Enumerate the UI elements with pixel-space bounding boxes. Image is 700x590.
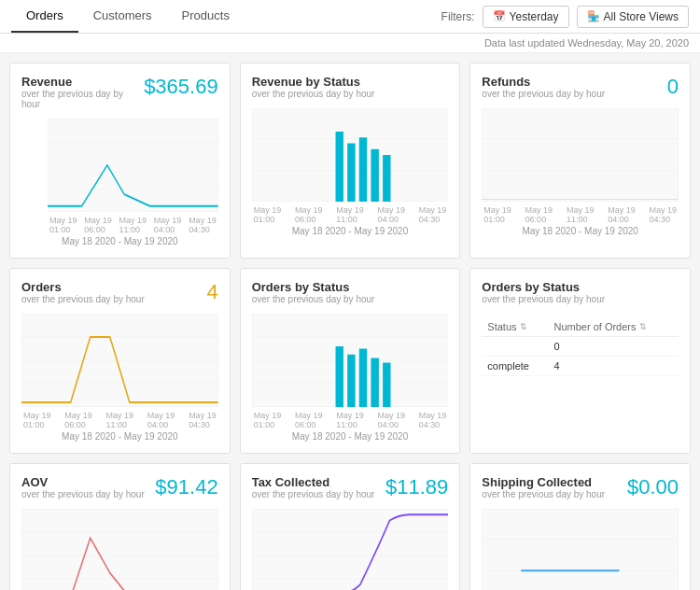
status-cell-2: complete (482, 357, 548, 376)
date-filter-label: Yesterday (510, 10, 559, 23)
x-label-1: May 1901:00 (49, 216, 77, 234)
tab-orders[interactable]: Orders (11, 0, 78, 33)
revenue-by-status-title: Revenue by Status (252, 75, 375, 89)
ord-x5: May 1904:30 (189, 411, 217, 429)
aov-subtitle: over the previous day by hour (21, 489, 145, 499)
ref-x4: May 1904:00 (608, 205, 636, 224)
rbs-x3: May 1911:00 (336, 205, 364, 224)
shipping-collected-subtitle: over the previous day by hour (482, 489, 605, 499)
count-cell-1: 0 (548, 337, 679, 357)
store-filter-button[interactable]: 🏪 All Store Views (577, 6, 689, 28)
aov-title: AOV (21, 475, 145, 489)
orders-card: Orders over the previous day by hour 4 M… (9, 268, 231, 454)
obs-x5: May 1904:30 (419, 411, 447, 429)
revenue-value: $365.69 (144, 75, 218, 99)
orders-subtitle: over the previous day by hour (21, 294, 145, 304)
revenue-card: Revenue over the previous day by hour $3… (9, 63, 231, 259)
revenue-by-status-card: Revenue by Status over the previous day … (240, 63, 461, 259)
revenue-card-header: Revenue over the previous day by hour $3… (21, 75, 218, 115)
refunds-header: Refunds over the previous day by hour 0 (482, 75, 679, 105)
revenue-chart (48, 119, 218, 212)
store-filter-label: All Store Views (604, 10, 679, 23)
tax-collected-card: Tax Collected over the previous day by h… (240, 463, 461, 590)
rbs-x1: May 1901:00 (254, 205, 282, 224)
ref-x2: May 1906:00 (525, 205, 553, 224)
svg-rect-27 (371, 358, 378, 408)
aov-value: $91.42 (155, 475, 217, 499)
count-col-header[interactable]: Number of Orders ⇅ (548, 317, 679, 337)
date-filter-button[interactable]: 📅 Yesterday (483, 6, 569, 28)
tax-collected-subtitle: over the previous day by hour (252, 489, 375, 499)
aov-header: AOV over the previous day by hour $91.42 (21, 475, 218, 505)
status-col-header[interactable]: Status ⇅ (482, 317, 548, 337)
svg-rect-8 (347, 144, 355, 203)
top-bar: Orders Customers Products Filters: 📅 Yes… (0, 0, 700, 34)
tab-products[interactable]: Products (167, 0, 245, 33)
orders-by-status-chart (252, 314, 449, 407)
svg-rect-24 (335, 346, 343, 407)
orders-by-status-table-header: Orders by Status over the previous day b… (482, 280, 679, 310)
orders-title: Orders (21, 280, 145, 294)
ord-x4: May 1904:00 (147, 411, 175, 429)
x-label-5: May 1904:30 (189, 216, 217, 234)
refunds-card: Refunds over the previous day by hour 0 … (469, 63, 691, 259)
revenue-by-status-date-range: May 18 2020 - May 19 2020 (252, 226, 449, 236)
obs-x1: May 1901:00 (254, 411, 282, 429)
revenue-by-status-subtitle: over the previous day by hour (252, 89, 375, 99)
tab-bar: Orders Customers Products (11, 0, 245, 33)
obs-x3: May 1911:00 (336, 411, 364, 429)
orders-value: 4 (206, 280, 217, 304)
orders-by-status-chart-date-range: May 18 2020 - May 19 2020 (252, 431, 449, 442)
svg-rect-29 (21, 509, 218, 590)
table-row: 0 (482, 337, 679, 357)
status-cell-1 (482, 337, 548, 357)
tab-customers[interactable]: Customers (78, 0, 167, 33)
status-table: Status ⇅ Number of Orders ⇅ 0 (482, 317, 679, 376)
revenue-subtitle: over the previous day by hour (21, 89, 144, 109)
tax-collected-chart (252, 509, 449, 590)
sort-icon-count: ⇅ (639, 322, 647, 331)
svg-rect-26 (358, 349, 366, 408)
svg-rect-25 (347, 355, 355, 407)
obs-x2: May 1906:00 (295, 411, 323, 429)
x-label-3: May 1911:00 (119, 216, 147, 234)
orders-date-range: May 18 2020 - May 19 2020 (21, 431, 218, 442)
shipping-collected-title: Shipping Collected (482, 475, 605, 489)
ref-x5: May 1904:30 (649, 205, 677, 224)
ord-x2: May 1906:00 (64, 411, 92, 429)
data-updated-bar: Data last updated Wednesday, May 20, 202… (0, 34, 700, 53)
svg-rect-7 (335, 132, 343, 202)
revenue-title: Revenue (21, 75, 144, 89)
x-label-4: May 1904:00 (154, 216, 182, 234)
svg-rect-10 (371, 149, 378, 202)
filters-label: Filters: (441, 10, 475, 23)
orders-by-status-table-title: Orders by Status (482, 280, 605, 294)
shipping-collected-card: Shipping Collected over the previous day… (469, 463, 691, 590)
orders-by-status-chart-title: Orders by Status (252, 280, 375, 294)
orders-by-status-table-subtitle: over the previous day by hour (482, 294, 605, 304)
table-row: complete 4 (482, 357, 679, 376)
revenue-date-range: May 18 2020 - May 19 2020 (21, 236, 218, 246)
ref-x1: May 1901:00 (483, 205, 511, 224)
svg-rect-37 (482, 509, 679, 590)
revenue-by-status-header: Revenue by Status over the previous day … (252, 75, 449, 105)
refunds-value: 0 (667, 75, 679, 99)
orders-by-status-table-card: Orders by Status over the previous day b… (469, 268, 691, 454)
svg-rect-9 (358, 137, 366, 202)
count-cell-2: 4 (548, 357, 679, 376)
svg-rect-11 (383, 155, 390, 202)
svg-rect-12 (482, 108, 679, 202)
orders-by-status-chart-card: Orders by Status over the previous day b… (240, 268, 461, 454)
refunds-subtitle: over the previous day by hour (482, 89, 605, 99)
filters-area: Filters: 📅 Yesterday 🏪 All Store Views (441, 6, 689, 28)
rbs-x2: May 1906:00 (295, 205, 323, 224)
sort-icon-status: ⇅ (520, 322, 527, 331)
refunds-title: Refunds (482, 75, 605, 89)
store-icon: 🏪 (587, 10, 600, 22)
aov-card: AOV over the previous day by hour $91.42… (9, 463, 231, 590)
rbs-x5: May 1904:30 (419, 205, 447, 224)
x-label-2: May 1906:00 (84, 216, 112, 234)
orders-chart (21, 314, 218, 407)
aov-chart (21, 509, 218, 590)
shipping-collected-chart (482, 509, 679, 590)
